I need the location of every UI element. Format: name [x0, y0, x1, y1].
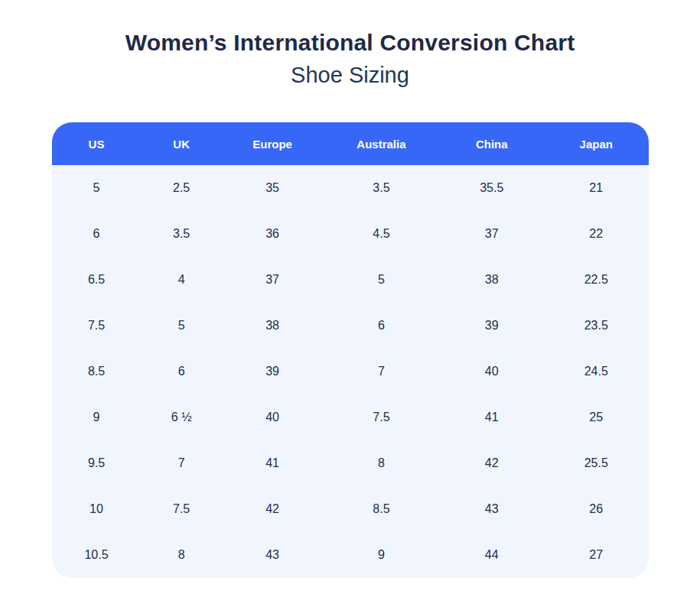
size-cell: 7	[323, 349, 439, 394]
table-row: 10.584394427	[52, 532, 649, 578]
size-cell: 23.5	[544, 303, 649, 349]
size-cell: 40	[222, 394, 324, 440]
column-header-china: China	[439, 122, 544, 165]
page: Women’s International Conversion Chart S…	[0, 0, 700, 594]
size-cell: 7	[142, 440, 222, 486]
size-cell: 4.5	[323, 211, 439, 257]
table-row: 9.574184225.5	[52, 440, 649, 486]
shoe-size-conversion-table: USUKEuropeAustraliaChinaJapan 52.5353.53…	[52, 122, 649, 578]
size-cell: 27	[544, 532, 649, 578]
table-body: 52.5353.535.52163.5364.537226.543753822.…	[52, 165, 649, 578]
size-cell: 26	[544, 486, 649, 532]
size-cell: 5	[52, 165, 142, 211]
size-cell: 41	[222, 440, 324, 486]
column-header-us: US	[52, 122, 142, 165]
size-cell: 22	[544, 211, 649, 257]
table-row: 6.543753822.5	[52, 257, 649, 303]
size-cell: 7.5	[142, 486, 222, 532]
size-cell: 25	[544, 394, 649, 440]
size-cell: 6	[52, 211, 142, 257]
size-cell: 8.5	[52, 349, 142, 394]
size-cell: 38	[222, 303, 324, 349]
table-row: 107.5428.54326	[52, 486, 649, 532]
table-row: 8.563974024.5	[52, 349, 649, 394]
size-cell: 38	[439, 257, 544, 303]
size-cell: 4	[142, 257, 222, 303]
size-cell: 36	[222, 211, 324, 257]
size-cell: 37	[222, 257, 324, 303]
size-cell: 39	[222, 349, 324, 394]
size-cell: 6	[323, 303, 439, 349]
size-cell: 37	[439, 211, 544, 257]
size-cell: 5	[323, 257, 439, 303]
size-cell: 10.5	[52, 532, 142, 578]
table-row: 63.5364.53722	[52, 211, 649, 257]
page-subtitle: Shoe Sizing	[0, 61, 700, 89]
size-cell: 9.5	[52, 440, 142, 486]
table-row: 7.553863923.5	[52, 303, 649, 349]
size-cell: 5	[142, 303, 222, 349]
table-row: 52.5353.535.521	[52, 165, 649, 211]
size-cell: 22.5	[544, 257, 649, 303]
size-cell: 8	[323, 440, 439, 486]
size-cell: 43	[439, 486, 544, 532]
size-cell: 25.5	[544, 440, 649, 486]
size-cell: 9	[52, 394, 142, 440]
size-cell: 21	[544, 165, 649, 211]
size-cell: 10	[52, 486, 142, 532]
size-cell: 6 ½	[142, 394, 222, 440]
size-cell: 6.5	[52, 257, 142, 303]
size-cell: 35.5	[439, 165, 544, 211]
size-cell: 6	[142, 349, 222, 394]
size-cell: 43	[222, 532, 324, 578]
size-cell: 7.5	[52, 303, 142, 349]
size-cell: 8	[142, 532, 222, 578]
size-cell: 3.5	[323, 165, 439, 211]
column-header-australia: Australia	[323, 122, 439, 165]
size-cell: 24.5	[544, 349, 649, 394]
size-cell: 40	[439, 349, 544, 394]
size-cell: 41	[439, 394, 544, 440]
table-header: USUKEuropeAustraliaChinaJapan	[52, 122, 649, 165]
size-cell: 44	[439, 532, 544, 578]
page-title: Women’s International Conversion Chart	[0, 29, 700, 57]
column-header-europe: Europe	[222, 122, 324, 165]
column-header-uk: UK	[142, 122, 222, 165]
size-cell: 9	[323, 532, 439, 578]
table-header-row: USUKEuropeAustraliaChinaJapan	[52, 122, 649, 165]
table-row: 96 ½407.54125	[52, 394, 649, 440]
size-cell: 2.5	[142, 165, 222, 211]
size-cell: 42	[222, 486, 324, 532]
size-cell: 8.5	[323, 486, 439, 532]
size-cell: 42	[439, 440, 544, 486]
size-cell: 35	[222, 165, 324, 211]
size-cell: 3.5	[142, 211, 222, 257]
size-cell: 7.5	[323, 394, 439, 440]
column-header-japan: Japan	[544, 122, 649, 165]
size-cell: 39	[439, 303, 544, 349]
